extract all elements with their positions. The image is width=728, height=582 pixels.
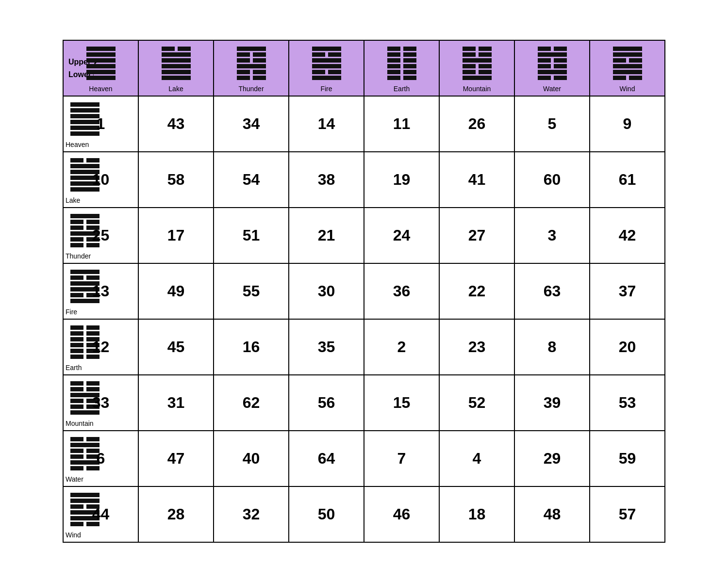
table-cell: 36 xyxy=(364,263,439,319)
table-cell: 43 xyxy=(138,96,214,152)
table-cell: 3 xyxy=(514,208,590,263)
table-cell: 11 xyxy=(364,96,439,152)
table-cell: 56 xyxy=(289,375,364,431)
table-cell: 23 xyxy=(439,319,514,375)
data-row-heaven: Heaven1433414112659 xyxy=(63,96,665,152)
table-cell: 14 xyxy=(289,96,364,152)
col-label-thunder: Thunder xyxy=(216,85,286,93)
table-cell: 64 xyxy=(289,431,364,486)
table-cell: 9 xyxy=(590,96,665,152)
col-header-fire: Fire xyxy=(289,40,364,96)
table-cell: 49 xyxy=(138,263,214,319)
table-cell: 8 xyxy=(514,319,590,375)
table-cell: 58 xyxy=(138,152,214,208)
table-cell: 41 xyxy=(439,152,514,208)
table-cell: 50 xyxy=(289,486,364,542)
table-cell: 7 xyxy=(364,431,439,486)
header-row: Upper➜Lower↓HeavenLakeThunderFireEarthMo… xyxy=(63,40,665,96)
table-cell: 47 xyxy=(138,431,214,486)
table-cell: 54 xyxy=(214,152,289,208)
data-row-lake: Lake1058543819416061 xyxy=(63,152,665,208)
table-cell: 59 xyxy=(590,431,665,486)
data-row-water: Water6474064742959 xyxy=(63,431,665,486)
col-label-earth: Earth xyxy=(366,85,437,93)
table-cell: 37 xyxy=(590,263,665,319)
table-cell: 40 xyxy=(214,431,289,486)
col-header-water: Water xyxy=(514,40,590,96)
table-cell: 46 xyxy=(364,486,439,542)
col-label-water: Water xyxy=(517,85,587,93)
table-cell: 48 xyxy=(514,486,590,542)
col-label-lake: Lake xyxy=(141,85,211,93)
data-row-earth: Earth12451635223820 xyxy=(63,319,665,375)
table-cell: 60 xyxy=(514,152,590,208)
table-cell: 20 xyxy=(590,319,665,375)
table-cell: 57 xyxy=(590,486,665,542)
table-cell: 21 xyxy=(289,208,364,263)
table-cell: 39 xyxy=(514,375,590,431)
hexagram-table: Upper➜Lower↓HeavenLakeThunderFireEarthMo… xyxy=(63,40,665,543)
col-header-heaven: Heaven xyxy=(63,40,138,96)
table-cell: 27 xyxy=(439,208,514,263)
table-cell: 24 xyxy=(364,208,439,263)
table-cell: 53 xyxy=(590,375,665,431)
table-cell: 19 xyxy=(364,152,439,208)
data-row-fire: Fire1349553036226337 xyxy=(63,263,665,319)
data-row-mountain: Mountain3331625615523953 xyxy=(63,375,665,431)
col-label-heaven: Heaven xyxy=(66,85,136,93)
table-cell: 52 xyxy=(439,375,514,431)
data-row-wind: Wind4428325046184857 xyxy=(63,486,665,542)
table-cell: 35 xyxy=(289,319,364,375)
table-cell: 55 xyxy=(214,263,289,319)
col-header-wind: Wind xyxy=(590,40,665,96)
table-cell: 17 xyxy=(138,208,214,263)
table-cell: 30 xyxy=(289,263,364,319)
col-label-fire: Fire xyxy=(291,85,362,93)
table-cell: 5 xyxy=(514,96,590,152)
table-cell: 45 xyxy=(138,319,214,375)
table-cell: 22 xyxy=(439,263,514,319)
table-cell: 42 xyxy=(590,208,665,263)
col-label-mountain: Mountain xyxy=(442,85,512,93)
col-header-earth: Earth xyxy=(364,40,439,96)
table-cell: 29 xyxy=(514,431,590,486)
table-cell: 4 xyxy=(439,431,514,486)
table-cell: 16 xyxy=(214,319,289,375)
table-cell: 62 xyxy=(214,375,289,431)
table-cell: 51 xyxy=(214,208,289,263)
table-cell: 26 xyxy=(439,96,514,152)
col-label-wind: Wind xyxy=(592,85,662,93)
table-cell: 63 xyxy=(514,263,590,319)
table-cell: 38 xyxy=(289,152,364,208)
table-cell: 61 xyxy=(590,152,665,208)
table-cell: 2 xyxy=(364,319,439,375)
table-cell: 28 xyxy=(138,486,214,542)
table-cell: 31 xyxy=(138,375,214,431)
table-cell: 34 xyxy=(214,96,289,152)
col-header-mountain: Mountain xyxy=(439,40,514,96)
table-cell: 32 xyxy=(214,486,289,542)
col-header-thunder: Thunder xyxy=(214,40,289,96)
col-header-lake: Lake xyxy=(138,40,214,96)
table-cell: 15 xyxy=(364,375,439,431)
table-cell: 18 xyxy=(439,486,514,542)
data-row-thunder: Thunder251751212427342 xyxy=(63,208,665,263)
